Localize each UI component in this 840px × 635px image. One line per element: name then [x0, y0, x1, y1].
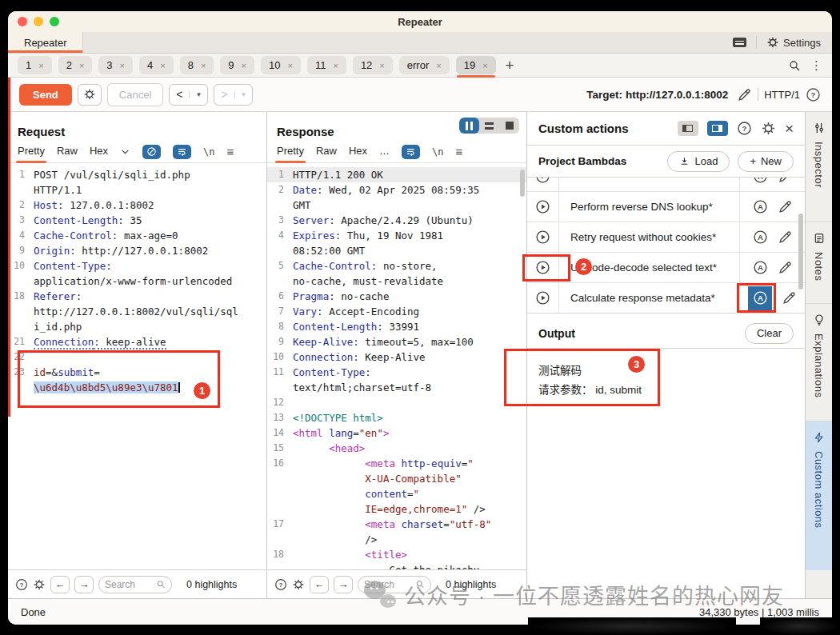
forward-dropdown-icon[interactable]: ▼: [234, 91, 253, 98]
tab-close-icon[interactable]: ×: [79, 61, 84, 70]
sidebar-tab-inspector[interactable]: Inspector: [806, 112, 832, 222]
back-dropdown-icon[interactable]: ▼: [189, 91, 207, 98]
history-forward-button[interactable]: > ▼: [214, 84, 253, 106]
request-search[interactable]: [98, 576, 172, 593]
repeater-tab[interactable]: 8×: [180, 56, 214, 74]
status-text: Done: [21, 606, 46, 618]
repeater-tab[interactable]: 19×: [456, 56, 496, 74]
tab-close-icon[interactable]: ×: [160, 61, 165, 70]
gear-icon[interactable]: [761, 121, 776, 136]
repeater-tab[interactable]: 10×: [261, 56, 301, 74]
edit-bambda-icon[interactable]: [778, 260, 793, 275]
tab-raw[interactable]: Raw: [316, 145, 337, 163]
layout-single-button[interactable]: [499, 118, 519, 134]
edit-bambda-icon[interactable]: [778, 178, 793, 184]
eye-off-icon: [146, 146, 157, 157]
load-button[interactable]: Load: [667, 151, 730, 172]
send-button[interactable]: Send: [19, 84, 72, 106]
edit-bambda-icon[interactable]: [778, 230, 793, 245]
tab-close-icon[interactable]: ×: [333, 61, 338, 70]
code-line: 10Connection: Keep-Alive: [267, 349, 526, 365]
tab-close-icon[interactable]: ×: [288, 61, 293, 70]
help-icon[interactable]: [15, 578, 28, 591]
gear-icon[interactable]: [292, 578, 305, 591]
tab-overflow[interactable]: …: [379, 145, 390, 163]
close-panel-icon[interactable]: ×: [785, 121, 794, 136]
run-bambda-button[interactable]: [527, 192, 559, 222]
tab-raw[interactable]: Raw: [57, 145, 78, 163]
next-match-button[interactable]: →: [334, 576, 353, 593]
auto-run-button[interactable]: [753, 260, 768, 275]
show-newlines-button[interactable]: \n: [432, 146, 443, 158]
edit-bambda-icon[interactable]: [782, 290, 797, 306]
prev-match-button[interactable]: ←: [310, 576, 329, 593]
chevron-down-icon[interactable]: [120, 146, 130, 157]
sidebar-tab-custom-actions[interactable]: Custom actions: [806, 421, 832, 570]
more-options-icon[interactable]: ⋮: [810, 58, 822, 73]
auto-run-button[interactable]: [753, 178, 768, 184]
run-bambda-button[interactable]: [527, 283, 559, 313]
dock-left-button[interactable]: [678, 121, 698, 136]
history-back-button[interactable]: < ▼: [169, 84, 208, 106]
tab-close-icon[interactable]: ×: [242, 61, 246, 70]
word-wrap-button[interactable]: [402, 145, 420, 159]
tab-close-icon[interactable]: ×: [379, 61, 384, 70]
repeater-tab[interactable]: 1×: [18, 56, 52, 74]
hide-nonprintable-button[interactable]: [142, 145, 161, 159]
tab-hex[interactable]: Hex: [90, 145, 108, 163]
tab-pretty[interactable]: Pretty: [277, 145, 304, 163]
editor-menu-icon[interactable]: ≡: [227, 145, 234, 158]
sidebar-tab-explanations[interactable]: Explanations: [806, 304, 832, 421]
code-text: Cache-Control: max-age=0: [29, 228, 178, 243]
layout-card-icon[interactable]: [733, 38, 746, 47]
search-tabs-icon[interactable]: [788, 59, 801, 72]
edit-target-icon[interactable]: [737, 87, 752, 102]
prev-match-button[interactable]: ←: [50, 576, 70, 593]
dock-right-button[interactable]: [707, 121, 728, 136]
tab-pretty[interactable]: Pretty: [18, 145, 45, 163]
repeater-tab[interactable]: 11×: [307, 56, 346, 74]
auto-run-button[interactable]: [753, 230, 768, 245]
code-text: Server: Apache/2.4.29 (Ubuntu): [288, 213, 474, 228]
repeater-tab[interactable]: 9×: [220, 56, 254, 74]
request-search-input[interactable]: [105, 579, 153, 590]
response-editor[interactable]: 1HTTP/1.1 200 OK2Date: Wed, 02 Apr 2025 …: [267, 163, 526, 569]
clear-output-button[interactable]: Clear: [745, 323, 794, 344]
response-scrollbar[interactable]: [520, 170, 525, 197]
tab-close-icon[interactable]: ×: [38, 61, 43, 70]
run-bambda-button[interactable]: [527, 222, 559, 252]
tab-close-icon[interactable]: ×: [201, 61, 206, 70]
repeater-tab[interactable]: 4×: [139, 56, 174, 74]
edit-bambda-icon[interactable]: [778, 199, 793, 214]
repeater-tab[interactable]: 2×: [58, 56, 93, 74]
new-tab-button[interactable]: +: [506, 57, 514, 74]
auto-run-button[interactable]: [753, 199, 768, 214]
help-icon[interactable]: [737, 121, 752, 136]
gear-icon[interactable]: [33, 578, 46, 591]
help-icon[interactable]: [806, 87, 821, 102]
tab-hex[interactable]: Hex: [349, 145, 367, 163]
tab-close-icon[interactable]: ×: [482, 61, 487, 70]
sidebar-tab-notes[interactable]: Notes: [806, 222, 832, 304]
cancel-button[interactable]: Cancel: [107, 83, 163, 106]
run-bambda-button[interactable]: [527, 178, 559, 191]
layout-columns-button[interactable]: [459, 118, 479, 134]
help-icon[interactable]: [274, 578, 287, 591]
editor-menu-icon[interactable]: ≡: [456, 145, 463, 158]
tab-close-icon[interactable]: ×: [436, 61, 441, 70]
http-version-selector[interactable]: HTTP/1: [764, 89, 800, 101]
show-newlines-button[interactable]: \n: [203, 146, 214, 158]
tab-close-icon[interactable]: ×: [120, 61, 125, 70]
repeater-tab[interactable]: error×: [399, 56, 450, 74]
repeater-tab[interactable]: 12×: [353, 56, 393, 74]
next-match-button[interactable]: →: [74, 576, 94, 593]
new-button[interactable]: + New: [738, 151, 794, 172]
bambda-list-scrollbar[interactable]: [798, 214, 803, 290]
settings-button[interactable]: Settings: [766, 36, 821, 49]
layout-rows-button[interactable]: [479, 118, 499, 134]
tab-repeater[interactable]: Repeater: [8, 32, 83, 53]
send-settings-button[interactable]: [78, 84, 102, 106]
repeater-tab[interactable]: 3×: [98, 56, 133, 74]
line-number: [267, 486, 288, 501]
word-wrap-button[interactable]: [173, 145, 191, 159]
